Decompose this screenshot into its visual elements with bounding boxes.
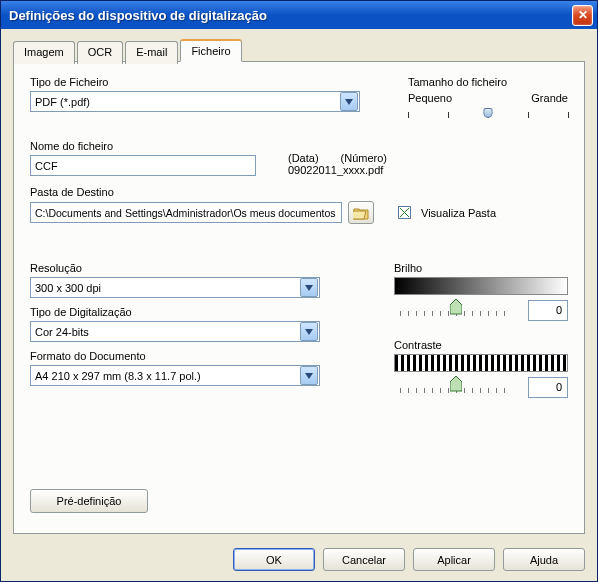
file-type-label: Tipo de Ficheiro [30,76,392,88]
svg-marker-5 [450,376,462,391]
contrast-slider[interactable] [394,376,518,398]
svg-marker-4 [450,299,462,314]
chevron-down-icon [300,278,318,297]
contrast-value: 0 [556,381,562,393]
doc-format-label: Formato do Documento [30,350,370,362]
tab-label: OCR [88,46,112,58]
tab-ocr[interactable]: OCR [77,41,123,64]
folder-icon [353,206,369,220]
slider-thumb-icon [450,299,462,315]
dialog-button-bar: OK Cancelar Aplicar Ajuda [1,540,597,581]
cancel-button[interactable]: Cancelar [323,548,405,571]
filename-input[interactable]: CCF [30,155,256,176]
titlebar: Definições do dispositivo de digitalizaç… [1,1,597,29]
brightness-value-input[interactable]: 0 [528,300,568,321]
resolution-label: Resolução [30,262,370,274]
tab-bar: Imagem OCR E-mail Ficheiro [13,39,585,62]
filename-label: Nome do ficheiro [30,140,258,152]
scan-type-value: Cor 24-bits [31,326,299,338]
contrast-label: Contraste [394,339,568,351]
close-button[interactable]: ✕ [572,5,593,26]
svg-marker-3 [305,373,313,379]
scan-type-label: Tipo de Digitalização [30,306,370,318]
doc-format-value: A4 210 x 297 mm (8.3 x 11.7 pol.) [31,370,299,382]
size-large-label: Grande [531,92,568,104]
tab-ficheiro[interactable]: Ficheiro [180,39,241,62]
button-label: Ajuda [530,554,558,566]
brightness-label: Brilho [394,262,568,274]
tab-label: Imagem [24,46,64,58]
doc-format-select[interactable]: A4 210 x 297 mm (8.3 x 11.7 pol.) [30,365,320,386]
resolution-value: 300 x 300 dpi [31,282,299,294]
svg-marker-1 [305,285,313,291]
predefinition-label: Pré-definição [57,495,122,507]
browse-folder-button[interactable] [348,201,374,224]
dialog-window: Definições do dispositivo de digitalizaç… [0,0,598,582]
slider-thumb-icon [484,108,493,118]
scan-type-select[interactable]: Cor 24-bits [30,321,320,342]
button-label: Aplicar [437,554,471,566]
contrast-value-input[interactable]: 0 [528,377,568,398]
slider-thumb-icon [450,376,462,392]
button-label: Cancelar [342,554,386,566]
chevron-down-icon [340,92,358,111]
dest-folder-input[interactable]: C:\Documents and Settings\Administrador\… [30,202,342,223]
tab-imagem[interactable]: Imagem [13,41,75,64]
tab-label: Ficheiro [191,45,230,57]
tab-email[interactable]: E-mail [125,41,178,64]
file-size-slider[interactable] [408,112,568,128]
button-label: OK [266,554,282,566]
brightness-gradient [394,277,568,295]
tab-label: E-mail [136,46,167,58]
file-size-label: Tamanho do ficheiro [408,76,568,88]
dest-folder-value: C:\Documents and Settings\Administrador\… [35,207,336,219]
svg-marker-0 [345,99,353,105]
view-folder-label: Visualiza Pasta [421,207,496,219]
size-small-label: Pequeno [408,92,452,104]
number-header: (Número) [341,152,387,164]
brightness-value: 0 [556,304,562,316]
contrast-stripes [394,354,568,372]
predefinition-button[interactable]: Pré-definição [30,489,148,513]
client-area: Imagem OCR E-mail Ficheiro Tipo de Fiche… [1,29,597,540]
brightness-slider[interactable] [394,299,518,321]
window-title: Definições do dispositivo de digitalizaç… [9,8,572,23]
filename-value: CCF [35,160,58,172]
apply-button[interactable]: Aplicar [413,548,495,571]
sample-filename: 09022011_xxxx.pdf [288,164,387,176]
tab-panel-ficheiro: Tipo de Ficheiro PDF (*.pdf) Tamanho do … [13,61,585,534]
chevron-down-icon [300,366,318,385]
file-type-select[interactable]: PDF (*.pdf) [30,91,360,112]
date-header: (Data) [288,152,319,164]
close-icon: ✕ [578,8,588,22]
svg-marker-2 [305,329,313,335]
view-folder-checkbox[interactable] [398,206,411,219]
chevron-down-icon [300,322,318,341]
help-button[interactable]: Ajuda [503,548,585,571]
ok-button[interactable]: OK [233,548,315,571]
file-type-value: PDF (*.pdf) [31,96,339,108]
dest-folder-label: Pasta de Destino [30,186,568,198]
resolution-select[interactable]: 300 x 300 dpi [30,277,320,298]
